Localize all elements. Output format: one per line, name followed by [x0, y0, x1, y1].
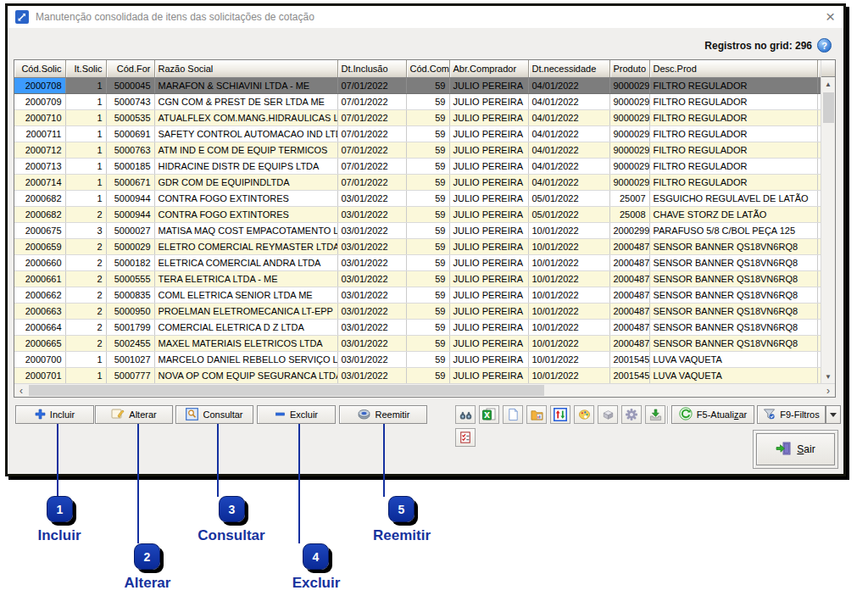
grid-cell[interactable]: LUVA VAQUETA	[649, 367, 817, 383]
grid-cell[interactable]: LUVA VAQUETA	[649, 351, 817, 367]
column-header[interactable]: Desc.Prod	[649, 60, 817, 77]
column-header[interactable]: Razão Social	[154, 60, 337, 77]
grid-cell[interactable]: 59	[406, 367, 449, 383]
grid-cell[interactable]: 10/01/2022	[528, 303, 609, 319]
grid-cell[interactable]: 2000664	[14, 319, 65, 335]
grid-cell[interactable]: 9000029	[609, 158, 649, 174]
grid-cell[interactable]: JULIO PEREIRA	[449, 335, 528, 351]
grid-cell[interactable]: 03/01/2022	[337, 222, 406, 238]
grid-cell[interactable]: 59	[406, 238, 449, 254]
grid-cell[interactable]: 59	[406, 335, 449, 351]
grid-cell[interactable]: 03/01/2022	[337, 206, 406, 222]
grid-cell[interactable]: 59	[406, 125, 449, 142]
grid-cell[interactable]: 10/01/2022	[528, 270, 609, 287]
grid-cell[interactable]: 5002455	[106, 335, 154, 351]
grid-cell[interactable]: 3	[65, 222, 106, 238]
grid-cell[interactable]: 59	[406, 254, 449, 270]
excluir-button[interactable]: Excluir	[257, 405, 336, 424]
grid-cell[interactable]: 9000029	[609, 93, 649, 109]
palette-icon[interactable]	[574, 405, 594, 424]
table-row[interactable]: 200067535000027MATISA MAQ COST EMPACOTAM…	[14, 222, 821, 238]
grid-cell[interactable]: MARAFON & SCHIAVINI LTDA - ME	[154, 77, 337, 93]
excel-export-icon[interactable]: X	[479, 405, 499, 424]
grid-cell[interactable]: 04/01/2022	[528, 125, 609, 142]
grid-cell[interactable]: 2000710	[14, 109, 65, 125]
grid-cell[interactable]: 9000029	[609, 142, 649, 158]
grid-cell[interactable]: 5000029	[106, 238, 154, 254]
binoculars-search-icon[interactable]	[455, 405, 476, 424]
grid-cell[interactable]: 2000487	[609, 303, 649, 319]
grid-cell[interactable]: 25007	[609, 190, 649, 206]
grid-cell[interactable]: 59	[406, 287, 449, 303]
grid-cell[interactable]: 5000555	[106, 270, 154, 287]
grid-cell[interactable]: 59	[406, 319, 449, 335]
grid-cell[interactable]: 03/01/2022	[337, 351, 406, 367]
grid-cell[interactable]: 10/01/2022	[528, 351, 609, 367]
grid-cell[interactable]: 2000660	[14, 254, 65, 270]
grid-cell[interactable]: 2	[65, 238, 106, 254]
grid-cell[interactable]: 5000691	[106, 125, 154, 142]
grid-cell[interactable]: JULIO PEREIRA	[449, 287, 528, 303]
grid-cell[interactable]: 9000029	[609, 174, 649, 190]
grid-cell[interactable]: 5000535	[106, 109, 154, 125]
grid-cell[interactable]: 07/01/2022	[337, 109, 406, 125]
grid-cell[interactable]: 03/01/2022	[337, 287, 406, 303]
grid-cell[interactable]: MARCELO DANIEL REBELLO SERVIÇO L	[154, 351, 337, 367]
grid-cell[interactable]: 1	[65, 77, 106, 93]
grid-cell[interactable]: 10/01/2022	[528, 222, 609, 238]
grid-cell[interactable]: 2000675	[14, 222, 65, 238]
grid-cell[interactable]: FILTRO REGULADOR	[649, 77, 817, 93]
grid-cell[interactable]: 04/01/2022	[528, 158, 609, 174]
grid-cell[interactable]: JULIO PEREIRA	[449, 77, 528, 93]
horizontal-scrollbar[interactable]: ‹ ›	[14, 383, 835, 397]
grid-cell[interactable]: 59	[406, 190, 449, 206]
grid-cell[interactable]: 05/01/2022	[528, 190, 609, 206]
table-row[interactable]: 200066125000555TERA ELETRICA LTDA - ME03…	[14, 270, 821, 287]
grid-cell[interactable]: 59	[406, 142, 449, 158]
f5-atualizar-button[interactable]: F5-Atualizar	[671, 405, 754, 424]
grid-cell[interactable]: 2	[65, 254, 106, 270]
grid-cell[interactable]: 9000029	[609, 77, 649, 93]
grid-cell[interactable]: 07/01/2022	[337, 174, 406, 190]
grid-cell[interactable]: JULIO PEREIRA	[449, 351, 528, 367]
grid-cell[interactable]: 2000487	[609, 319, 649, 335]
grid-cell[interactable]: 2000487	[609, 254, 649, 270]
grid-cell[interactable]: JULIO PEREIRA	[449, 109, 528, 125]
column-header[interactable]: It.Solic	[65, 60, 106, 77]
reemitir-button[interactable]: Reemitir	[339, 405, 427, 424]
grid-cell[interactable]: 1	[65, 367, 106, 383]
grid-cell[interactable]: 5000182	[106, 254, 154, 270]
table-row[interactable]: 200071215000763ATM IND E COM DE EQUIP TE…	[14, 142, 821, 158]
grid-cell[interactable]: FILTRO REGULADOR	[649, 158, 817, 174]
grid-cell[interactable]: 2	[65, 335, 106, 351]
scroll-right-icon[interactable]: ›	[821, 384, 835, 397]
grid-cell[interactable]: 10/01/2022	[528, 367, 609, 383]
table-row[interactable]: 200066025000182ELETRICA COMERCIAL ANDRA …	[14, 254, 821, 270]
grid-cell[interactable]: JULIO PEREIRA	[449, 174, 528, 190]
grid-cell[interactable]: 5001027	[106, 351, 154, 367]
grid-cell[interactable]: 1	[65, 109, 106, 125]
export-download-icon[interactable]	[645, 405, 665, 424]
close-icon[interactable]: ×	[826, 8, 835, 26]
grid-cell[interactable]: 07/01/2022	[337, 93, 406, 109]
grid-cell[interactable]: 04/01/2022	[528, 109, 609, 125]
grid-cell[interactable]: JULIO PEREIRA	[449, 158, 528, 174]
grid-cell[interactable]: 2000663	[14, 303, 65, 319]
grid-cell[interactable]: 1	[65, 158, 106, 174]
grid-cell[interactable]: 2000714	[14, 174, 65, 190]
grid-cell[interactable]: 5000671	[106, 174, 154, 190]
scroll-up-icon[interactable]: ▲	[821, 77, 835, 91]
table-row[interactable]: 200068215000944CONTRA FOGO EXTINTORES03/…	[14, 190, 821, 206]
grid-cell[interactable]: COML ELETRICA SENIOR LTDA ME	[154, 287, 337, 303]
column-header[interactable]: Dt.Inclusão	[337, 60, 406, 77]
grid-cell[interactable]: MATISA MAQ COST EMPACOTAMENTO LT	[154, 222, 337, 238]
table-row[interactable]: 200071415000671GDR COM DE EQUIPINDLTDA07…	[14, 174, 821, 190]
table-row[interactable]: 200071015000535ATUALFLEX COM.MANG.HIDRAU…	[14, 109, 821, 125]
grid-cell[interactable]: JULIO PEREIRA	[449, 206, 528, 222]
grid-cell[interactable]: HIDRACINE DISTR DE EQUIPS LTDA	[154, 158, 337, 174]
vertical-scrollbar[interactable]: ▲ ▼	[821, 60, 835, 383]
grid-cell[interactable]: 10/01/2022	[528, 254, 609, 270]
table-row[interactable]: 200071315000185HIDRACINE DISTR DE EQUIPS…	[14, 158, 821, 174]
grid-cell[interactable]: 59	[406, 174, 449, 190]
checklist-icon[interactable]	[455, 428, 476, 447]
